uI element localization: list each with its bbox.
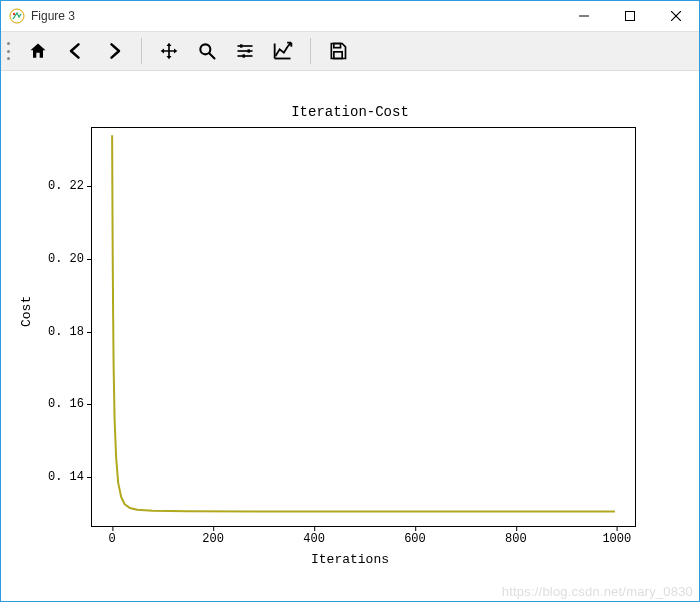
plot-area: 0. 140. 160. 180. 200. 22020040060080010… bbox=[91, 127, 636, 527]
maximize-button[interactable] bbox=[607, 1, 653, 31]
close-button[interactable] bbox=[653, 1, 699, 31]
x-tick-label: 800 bbox=[505, 532, 527, 546]
y-axis-label: Cost bbox=[19, 296, 34, 327]
x-tick-label: 200 bbox=[202, 532, 224, 546]
toolbar-grip bbox=[7, 38, 15, 64]
svg-rect-17 bbox=[334, 52, 342, 59]
y-tick-label: 0. 18 bbox=[34, 325, 84, 339]
edit-axes-button[interactable] bbox=[266, 35, 300, 67]
svg-rect-11 bbox=[240, 44, 243, 47]
chart-title: Iteration-Cost bbox=[1, 104, 699, 120]
y-tick-label: 0. 14 bbox=[34, 470, 84, 484]
svg-rect-16 bbox=[334, 44, 341, 48]
forward-button[interactable] bbox=[97, 35, 131, 67]
svg-rect-13 bbox=[243, 54, 246, 57]
x-tick-label: 400 bbox=[303, 532, 325, 546]
toolbar-separator bbox=[141, 38, 142, 64]
svg-point-1 bbox=[13, 13, 15, 15]
configure-subplots-button[interactable] bbox=[228, 35, 262, 67]
minimize-button[interactable] bbox=[561, 1, 607, 31]
window-title: Figure 3 bbox=[31, 9, 75, 23]
figure-canvas[interactable]: Iteration-Cost Cost Iterations 0. 140. 1… bbox=[1, 72, 699, 601]
app-icon bbox=[9, 8, 25, 24]
x-tick-label: 600 bbox=[404, 532, 426, 546]
x-tick-label: 1000 bbox=[602, 532, 631, 546]
svg-rect-3 bbox=[626, 12, 635, 21]
zoom-button[interactable] bbox=[190, 35, 224, 67]
y-tick-label: 0. 22 bbox=[34, 179, 84, 193]
svg-point-0 bbox=[10, 9, 24, 23]
toolbar-separator bbox=[310, 38, 311, 64]
x-tick-label: 0 bbox=[109, 532, 116, 546]
pan-button[interactable] bbox=[152, 35, 186, 67]
y-tick-label: 0. 20 bbox=[34, 252, 84, 266]
matplotlib-toolbar bbox=[1, 31, 699, 71]
y-tick-label: 0. 16 bbox=[34, 397, 84, 411]
svg-line-7 bbox=[210, 54, 215, 59]
data-series-line bbox=[92, 128, 635, 526]
save-button[interactable] bbox=[321, 35, 355, 67]
back-button[interactable] bbox=[59, 35, 93, 67]
x-axis-label: Iterations bbox=[1, 552, 699, 567]
home-button[interactable] bbox=[21, 35, 55, 67]
svg-rect-12 bbox=[248, 49, 251, 52]
window-titlebar: Figure 3 bbox=[1, 1, 699, 31]
